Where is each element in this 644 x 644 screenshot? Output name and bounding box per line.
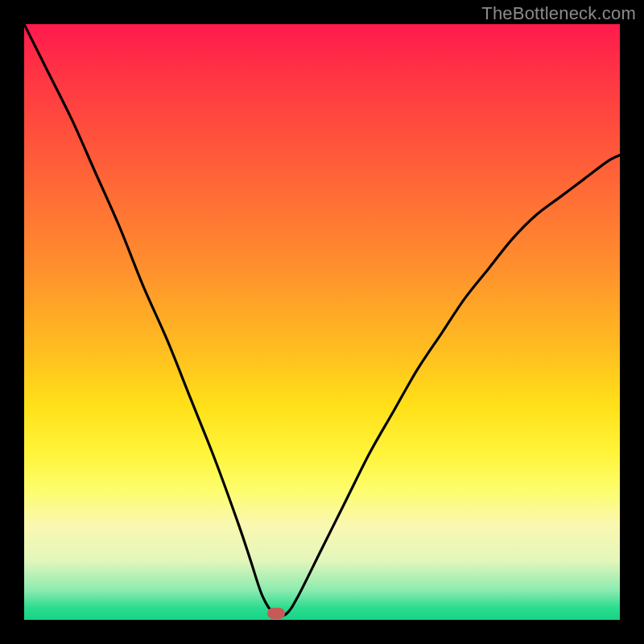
bottleneck-curve — [24, 24, 620, 620]
watermark-text: TheBottleneck.com — [481, 3, 636, 24]
chart-frame: TheBottleneck.com — [0, 0, 644, 644]
minimum-marker — [267, 608, 285, 619]
plot-area — [24, 24, 620, 620]
